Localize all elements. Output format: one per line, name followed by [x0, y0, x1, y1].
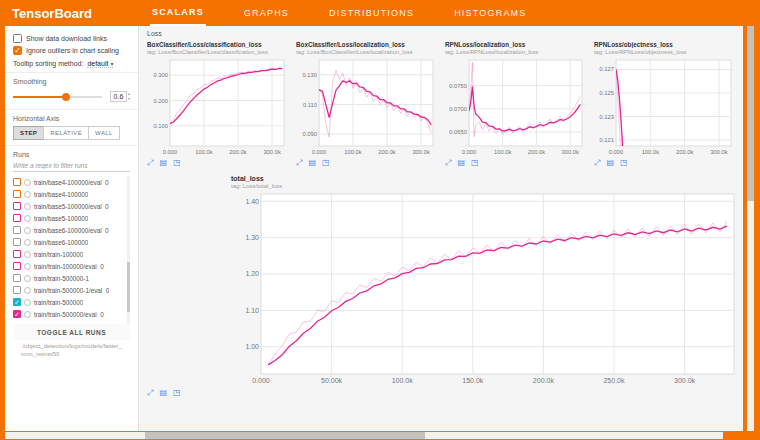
vertical-scroll-thumb[interactable] [747, 26, 754, 201]
runs-filter-input[interactable] [13, 160, 130, 172]
pin-card-icon[interactable]: ◳ [471, 159, 479, 167]
tag-group-label[interactable]: Loss [147, 30, 735, 37]
run-checkbox[interactable] [13, 202, 21, 210]
run-checkbox[interactable] [13, 190, 21, 198]
runs-list-scroll-thumb[interactable] [127, 262, 130, 312]
smoothing-slider[interactable] [13, 96, 102, 98]
chart-plot[interactable]: 0.06500.07000.07500.000100.0k200.0k300.0… [445, 57, 587, 157]
run-isolator-icon[interactable] [24, 227, 31, 234]
chart-plot[interactable]: 0.1210.1230.1250.1270.000100.0k200.0k300… [594, 57, 736, 157]
axis-relative-button[interactable]: RELATIVE [43, 126, 89, 140]
horizontal-scroll-thumb[interactable] [145, 432, 425, 439]
runs-list-scrollbar[interactable] [127, 176, 130, 324]
pin-card-icon[interactable]: ◳ [173, 159, 181, 167]
slider-knob[interactable] [62, 93, 70, 101]
smoothing-controls: 0.6 ▴ ▾ [13, 91, 130, 102]
svg-text:0.000: 0.000 [609, 149, 624, 155]
expand-chart-icon[interactable]: ⤢ [296, 159, 302, 167]
chart-toolbar: ⤢▤◳ [147, 389, 735, 397]
run-isolator-icon[interactable] [24, 215, 31, 222]
ignore-outliers-row[interactable]: ✓ Ignore outliers in chart scaling [13, 46, 130, 55]
svg-text:1.40: 1.40 [245, 198, 259, 205]
tab-scalars[interactable]: SCALARS [150, 0, 206, 26]
run-row[interactable]: train/base5-100000 [13, 212, 130, 224]
ignore-outliers-checkbox[interactable]: ✓ [13, 46, 22, 55]
run-checkbox[interactable] [13, 238, 21, 246]
svg-text:300.0k: 300.0k [674, 377, 696, 384]
fit-domain-icon[interactable]: ▤ [159, 159, 167, 167]
run-checkbox[interactable] [13, 214, 21, 222]
smoothing-spinner[interactable]: ▴ ▾ [128, 92, 130, 101]
chart-plot[interactable]: 0.1000.2000.3000.000100.0k200.0k300.0k [147, 57, 289, 157]
total-loss-plot[interactable]: 1.001.101.201.301.400.00050.00k100.0k150… [231, 191, 739, 387]
run-isolator-icon[interactable] [24, 203, 31, 210]
chart-toolbar: ⤢▤◳ [147, 159, 289, 167]
chart-tag: tag: Loss/BoxClassifier/Loss/localizatio… [296, 49, 438, 55]
run-isolator-icon[interactable] [24, 287, 31, 294]
axis-wall-button[interactable]: WALL [88, 126, 120, 140]
fit-domain-icon[interactable]: ▤ [159, 389, 167, 397]
chart-tag: tag: Loss/RPNLoss/localization_loss [445, 49, 587, 55]
pin-card-icon[interactable]: ◳ [620, 159, 628, 167]
chart-plot[interactable]: 0.0900.1100.1300.000100.0k200.0k300.0k [296, 57, 438, 157]
run-row[interactable]: train/base6-100000/eval_0 [13, 224, 130, 236]
pin-card-icon[interactable]: ◳ [322, 159, 330, 167]
horizontal-axis-section: Horizontal Axis STEP RELATIVE WALL [5, 110, 138, 146]
run-isolator-icon[interactable] [24, 311, 31, 318]
svg-text:0.000: 0.000 [462, 149, 477, 155]
horizontal-scrollbar[interactable] [5, 432, 723, 439]
expand-chart-icon[interactable]: ⤢ [147, 389, 153, 397]
show-download-links-row[interactable]: Show data download links [13, 34, 130, 43]
run-row[interactable]: train/train-500000-1 [13, 272, 130, 284]
run-row[interactable]: train/base4-100000/eval_0 [13, 176, 130, 188]
run-checkbox[interactable] [13, 178, 21, 186]
run-isolator-icon[interactable] [24, 191, 31, 198]
show-download-links-label: Show data download links [26, 35, 107, 42]
run-row[interactable]: ✓train/train-500000/eval_0 [13, 308, 130, 320]
expand-chart-icon[interactable]: ⤢ [147, 159, 153, 167]
run-checkbox[interactable]: ✓ [13, 298, 21, 306]
run-isolator-icon[interactable] [24, 179, 31, 186]
tab-histograms[interactable]: HISTOGRAMS [452, 0, 528, 26]
runs-list: train/base4-100000/eval_0train/base4-100… [13, 176, 130, 324]
run-row[interactable]: train/train-100000 [13, 248, 130, 260]
run-checkbox[interactable] [13, 226, 21, 234]
fit-domain-icon[interactable]: ▤ [457, 159, 465, 167]
vertical-scrollbar[interactable] [747, 26, 754, 431]
smoothing-value[interactable]: 0.6 [110, 91, 127, 102]
chart-card-objectness-loss: RPNLoss/objectness_loss tag: Loss/RPNLos… [594, 41, 736, 167]
expand-chart-icon[interactable]: ⤢ [594, 159, 600, 167]
run-row[interactable]: train/base5-100000/eval_0 [13, 200, 130, 212]
run-row[interactable]: ✓train/train-500000 [13, 296, 130, 308]
chart-title: RPNLoss/localization_loss [445, 41, 587, 48]
run-row[interactable]: train/train-500000-1/eval_0 [13, 284, 130, 296]
run-row[interactable]: train/base6-100000 [13, 236, 130, 248]
run-isolator-icon[interactable] [24, 263, 31, 270]
run-checkbox[interactable] [13, 286, 21, 294]
tab-graphs[interactable]: GRAPHS [242, 0, 291, 26]
fit-domain-icon[interactable]: ▤ [308, 159, 316, 167]
tab-distributions[interactable]: DISTRIBUTIONS [327, 0, 416, 26]
toggle-all-runs-button[interactable]: TOGGLE ALL RUNS [13, 324, 130, 340]
spinner-down-icon[interactable]: ▾ [128, 97, 130, 101]
tooltip-sorting-select[interactable]: default ▾ [87, 60, 113, 68]
run-isolator-icon[interactable] [24, 239, 31, 246]
expand-chart-icon[interactable]: ⤢ [445, 159, 451, 167]
run-isolator-icon[interactable] [24, 275, 31, 282]
fit-domain-icon[interactable]: ▤ [606, 159, 614, 167]
chart-tag: tag: Loss/total_loss [231, 183, 735, 189]
run-row[interactable]: train/base4-100000 [13, 188, 130, 200]
run-isolator-icon[interactable] [24, 251, 31, 258]
pin-card-icon[interactable]: ◳ [173, 389, 181, 397]
run-checkbox[interactable]: ✓ [13, 310, 21, 318]
run-checkbox[interactable] [13, 274, 21, 282]
run-row[interactable]: train/train-100000/eval_0 [13, 260, 130, 272]
run-isolator-icon[interactable] [24, 299, 31, 306]
svg-text:300.0k: 300.0k [710, 149, 728, 155]
show-download-links-checkbox[interactable] [13, 34, 22, 43]
chart-title: RPNLoss/objectness_loss [594, 41, 736, 48]
run-checkbox[interactable] [13, 250, 21, 258]
run-label: train/train-500000/eval_0 [34, 311, 104, 318]
run-checkbox[interactable] [13, 262, 21, 270]
axis-step-button[interactable]: STEP [13, 126, 44, 140]
